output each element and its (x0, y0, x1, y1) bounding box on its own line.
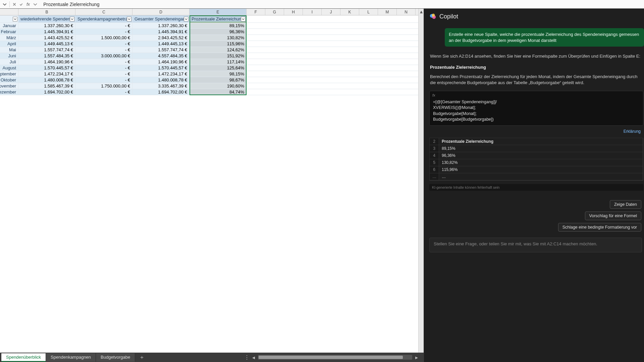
copilot-user-message: Erstelle eine neue Spalte, welche die pr… (445, 28, 644, 47)
table-header-E[interactable]: Prozentuale Zielerreichung (190, 15, 247, 22)
month-header[interactable] (0, 15, 18, 22)
cell-c: - € (75, 89, 132, 95)
cell-b: 1.464.190,96 € (18, 59, 75, 65)
filter-dropdown-icon[interactable] (184, 17, 189, 21)
copilot-intro-text: Wenn Sie sich A2:D14 ansehen, finden Sie… (430, 53, 643, 59)
cell-c: 3.000.000,00 € (75, 53, 132, 59)
name-box-dropdown-icon[interactable] (2, 2, 7, 7)
table-header-B[interactable]: wiederkehrende Spenden (18, 15, 75, 22)
cell-e: 130,82% (190, 35, 247, 41)
column-header-C[interactable]: C (75, 9, 132, 15)
filter-dropdown-icon[interactable] (70, 17, 74, 21)
month-cell: Juni (0, 53, 18, 59)
cell-c: - € (75, 29, 132, 35)
copilot-suggestion-chip-0[interactable]: Zeige Daten (610, 200, 641, 209)
svg-point-2 (432, 14, 435, 17)
hscroll-right-icon[interactable]: ▸ (414, 355, 419, 360)
fx-label[interactable]: fx (25, 2, 31, 7)
spreadsheet-grid[interactable]: wiederkehrende SpendenSpendenkampagnenbe… (0, 15, 424, 362)
fx-dropdown-icon[interactable] (33, 2, 38, 7)
sheet-tab-2[interactable]: Budgetvorgabe (96, 353, 135, 362)
scroll-up-icon[interactable]: ▴ (419, 9, 424, 14)
cell-b: 1.557.484,35 € (18, 53, 75, 59)
filter-dropdown-icon[interactable] (13, 17, 17, 21)
copilot-logo-icon (429, 13, 437, 20)
copilot-formula-text[interactable]: =[@[Gesamter Spendeneingang]]/ XVERWEIS(… (433, 94, 640, 123)
filter-dropdown-icon[interactable] (127, 17, 131, 21)
month-cell: Dezember (0, 89, 18, 95)
horizontal-scrollbar[interactable] (258, 355, 412, 360)
table-header-D[interactable]: Gesamter Spendeneingang (132, 15, 190, 22)
hscroll-left-icon[interactable]: ◂ (251, 355, 256, 360)
add-sheet-button[interactable]: ＋ (138, 353, 146, 361)
cell-b: 1.472.234,17 € (18, 71, 75, 77)
vertical-scrollbar[interactable]: ▴ ▾ (418, 9, 424, 362)
tab-options-icon[interactable]: ⋮ (245, 355, 249, 360)
formula-fx-label: fx (432, 93, 435, 97)
cell-e: 98,67% (190, 77, 247, 83)
month-cell: Juli (0, 59, 18, 65)
cell-e: 117,14% (190, 59, 247, 65)
cell-b: 1.694.702,00 € (18, 89, 75, 95)
month-cell: Februar (0, 29, 18, 35)
cell-e: 190,60% (190, 83, 247, 89)
cell-e: 84,74% (190, 89, 247, 95)
cell-d: 1.337.260,30 € (132, 23, 190, 28)
column-header-H[interactable]: H (284, 9, 303, 15)
cell-c: - € (75, 77, 132, 83)
filter-dropdown-icon[interactable] (241, 17, 246, 21)
preview-row-value: 89,15% (439, 145, 643, 152)
column-header-F[interactable]: F (247, 9, 265, 15)
column-header-L[interactable]: L (359, 9, 378, 15)
preview-row-value: … (439, 173, 643, 180)
cell-e: 89,15% (190, 23, 247, 28)
preview-row-index: 3 (430, 145, 439, 152)
cell-b: 1.480.008,78 € (18, 77, 75, 83)
column-header-B[interactable]: B (18, 9, 75, 15)
month-cell: Mai (0, 47, 18, 53)
formula-input[interactable]: Prozentuale Zielerreichung (40, 2, 644, 7)
cell-d: 1.480.008,78 € (132, 77, 190, 83)
cell-d: 1.570.445,57 € (132, 65, 190, 71)
cell-b: 1.570.445,57 € (18, 65, 75, 71)
copilot-panel: Copilot Erstelle eine neue Spalte, welch… (424, 9, 644, 362)
cell-c: 1.500.000,00 € (75, 35, 132, 41)
sheet-tab-1[interactable]: Spendenkampagnen (46, 353, 96, 362)
cell-b: 1.557.747,74 € (18, 47, 75, 53)
copilot-formula-block: fx =[@[Gesamter Spendeneingang]]/ XVERWE… (429, 91, 643, 126)
cell-e: 96,36% (190, 29, 247, 35)
cell-d: 1.464.190,96 € (132, 59, 190, 65)
column-header-I[interactable]: I (303, 9, 322, 15)
month-cell: September (0, 71, 18, 77)
cell-d: 1.449.445,13 € (132, 41, 190, 47)
preview-row-value: 96,36% (439, 152, 643, 159)
column-header-K[interactable]: K (340, 9, 359, 15)
table-header-C[interactable]: Spendenkampagnenbetrag (75, 15, 132, 22)
cell-e: 125,64% (190, 65, 247, 71)
copilot-preview-table: 2Prozentuale Zielerreichung389,15%496,36… (429, 138, 643, 181)
cell-b: 1.445.394,91 € (18, 29, 75, 35)
column-header-J[interactable]: J (322, 9, 340, 15)
month-cell: April (0, 41, 18, 47)
preview-row-value: 130,82% (439, 159, 643, 166)
cell-d: 3.335.467,39 € (132, 83, 190, 89)
cancel-formula-icon[interactable] (12, 2, 17, 7)
copilot-suggestion-chip-2[interactable]: Schlage eine bedingte Formatierung vor (558, 223, 641, 232)
column-header-M[interactable]: M (378, 9, 397, 15)
preview-row-index: 4 (430, 152, 439, 159)
copilot-title: Copilot (439, 13, 458, 20)
accept-formula-icon[interactable] (18, 2, 24, 7)
cell-e: 124,62% (190, 47, 247, 53)
column-header-E[interactable]: E (190, 9, 247, 15)
sheet-tab-0[interactable]: Spendenüberblick (1, 353, 46, 362)
column-header-N[interactable]: N (397, 9, 416, 15)
copilot-explain-link[interactable]: Erklärung (429, 128, 644, 136)
cell-c: - € (75, 71, 132, 77)
copilot-input[interactable]: Stellen Sie eine Frage, oder teilen Sie … (429, 238, 642, 252)
preview-row-index: 2 (430, 138, 439, 145)
copilot-suggestion-chip-1[interactable]: Vorschlag für eine Formel (585, 212, 641, 220)
column-header-G[interactable]: G (265, 9, 284, 15)
formula-bar: fx Prozentuale Zielerreichung (0, 0, 644, 9)
copilot-section-body: Berechnet den Prozentsatz der Zielerreic… (430, 74, 643, 86)
column-header-D[interactable]: D (132, 9, 190, 15)
